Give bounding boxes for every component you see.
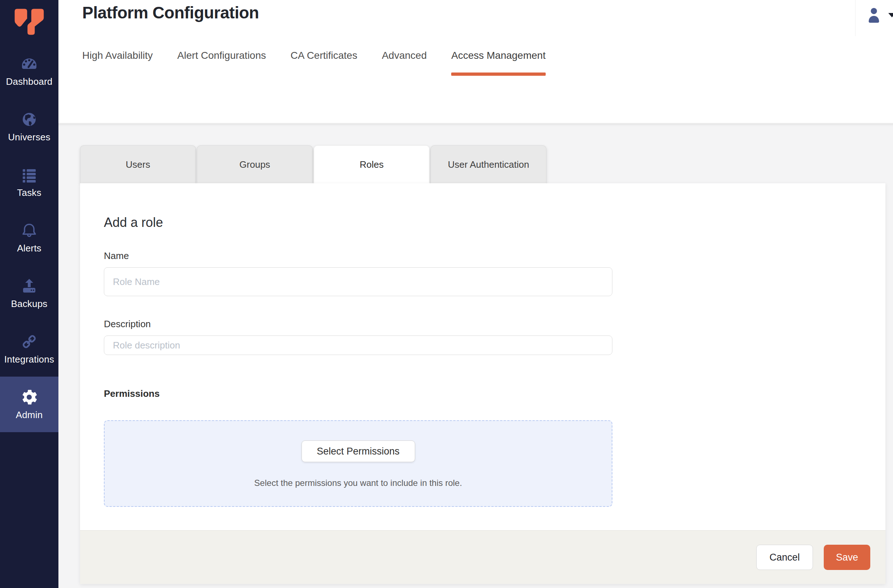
subtab-roles[interactable]: Roles xyxy=(314,145,430,183)
backups-upload-icon xyxy=(21,277,38,295)
sidebar-item-backups[interactable]: Backups xyxy=(0,266,59,321)
page-header: Platform Configuration High Availability… xyxy=(59,0,893,123)
tab-ca-certificates[interactable]: CA Certificates xyxy=(291,50,358,76)
sidebar-item-label: Universes xyxy=(8,132,50,143)
sidebar-item-label: Tasks xyxy=(17,187,41,199)
universes-globe-icon xyxy=(21,111,38,128)
subtab-users[interactable]: Users xyxy=(80,145,196,183)
access-management-content: Users Groups Roles User Authentication A… xyxy=(59,124,893,588)
role-name-input[interactable] xyxy=(104,267,612,296)
user-icon xyxy=(866,7,882,23)
permissions-section-label: Permissions xyxy=(104,388,861,399)
platform-configuration-screen: Dashboard Universes Tasks xyxy=(0,0,893,588)
permissions-helper-text: Select the permissions you want to inclu… xyxy=(254,478,462,488)
configuration-tabs: High Availability Alert Configurations C… xyxy=(82,50,546,76)
description-field-label: Description xyxy=(104,319,861,330)
tab-advanced[interactable]: Advanced xyxy=(382,50,427,76)
user-menu-button[interactable] xyxy=(860,6,893,26)
topbar-divider xyxy=(855,0,855,36)
form-heading: Add a role xyxy=(104,215,861,230)
integrations-link-icon xyxy=(21,333,38,350)
access-management-subtabs: Users Groups Roles User Authentication xyxy=(80,145,893,183)
sidebar-item-tasks[interactable]: Tasks xyxy=(0,154,59,210)
sidebar-item-universes[interactable]: Universes xyxy=(0,99,59,154)
tasks-list-icon xyxy=(21,166,38,183)
add-role-form: Add a role Name Description Permissions … xyxy=(80,183,885,530)
sidebar-item-admin[interactable]: Admin xyxy=(0,377,59,432)
sidebar-item-label: Backups xyxy=(11,298,47,310)
select-permissions-button[interactable]: Select Permissions xyxy=(302,441,415,462)
name-field-label: Name xyxy=(104,250,861,262)
form-footer: Cancel Save xyxy=(80,530,885,584)
chevron-down-icon xyxy=(888,13,893,17)
sidebar-item-label: Admin xyxy=(16,409,43,421)
sidebar: Dashboard Universes Tasks xyxy=(0,0,59,588)
page-title: Platform Configuration xyxy=(82,3,259,23)
roles-panel: Add a role Name Description Permissions … xyxy=(80,183,885,584)
admin-gear-icon xyxy=(21,388,38,406)
dashboard-gauge-icon xyxy=(21,55,38,72)
sidebar-item-alerts[interactable]: Alerts xyxy=(0,210,59,266)
sidebar-item-label: Integrations xyxy=(5,354,54,365)
yugabyte-logo-icon[interactable] xyxy=(12,6,47,36)
tab-alert-configurations[interactable]: Alert Configurations xyxy=(177,50,266,76)
sidebar-item-label: Dashboard xyxy=(6,76,53,87)
cancel-button[interactable]: Cancel xyxy=(756,545,813,570)
sidebar-item-integrations[interactable]: Integrations xyxy=(0,321,59,377)
sidebar-nav: Dashboard Universes Tasks xyxy=(0,43,59,432)
sidebar-item-dashboard[interactable]: Dashboard xyxy=(0,43,59,99)
subtab-user-authentication[interactable]: User Authentication xyxy=(431,145,546,183)
tab-high-availability[interactable]: High Availability xyxy=(82,50,153,76)
sidebar-item-label: Alerts xyxy=(17,243,42,254)
tab-access-management[interactable]: Access Management xyxy=(451,50,545,76)
permissions-dropzone: Select Permissions Select the permission… xyxy=(104,420,612,507)
save-button[interactable]: Save xyxy=(824,545,870,570)
subtab-groups[interactable]: Groups xyxy=(197,145,313,183)
alerts-bell-icon xyxy=(21,222,38,239)
role-description-input[interactable] xyxy=(104,335,612,355)
